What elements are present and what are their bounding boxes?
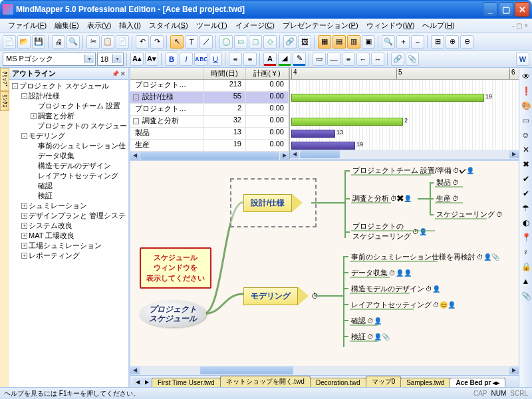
doc-tab[interactable]: Decoration.twd <box>310 378 366 387</box>
gantt-bar[interactable] <box>291 118 403 126</box>
view-gantt[interactable]: ▥ <box>347 35 360 49</box>
arrow-style[interactable]: ← <box>356 53 370 66</box>
vtab-links[interactable]: ﾘﾝｸｽ <box>0 91 9 111</box>
doc-tab[interactable]: Samples.twd <box>400 378 450 387</box>
marker-icon[interactable]: 📍 <box>521 233 531 242</box>
canvas-hscroll[interactable]: ◀▶ <box>130 366 519 375</box>
tree-expand-icon[interactable]: - <box>21 133 27 139</box>
paste-button[interactable]: 📄 <box>116 35 129 49</box>
marker-icon[interactable]: ❗ <box>521 86 531 96</box>
copy-button[interactable]: 📋 <box>101 35 114 49</box>
tab-scroll-right[interactable]: ▶ <box>142 378 152 387</box>
tree-node[interactable]: +シュミレーション <box>11 201 127 211</box>
marker-icon[interactable]: ▲ <box>521 277 531 286</box>
mdi-child-controls[interactable]: - ▢ × <box>512 22 528 29</box>
bold-button[interactable]: B <box>165 53 178 66</box>
align-left[interactable]: ≡ <box>229 53 242 66</box>
menu-item[interactable]: ツール(T) <box>192 20 231 31</box>
shape-diamond[interactable]: ◇ <box>263 35 277 49</box>
border-style[interactable]: ▭ <box>313 53 326 66</box>
tree-node[interactable]: -プロジェクト スケジュール <box>11 81 127 91</box>
attachment[interactable]: 📎 <box>406 53 419 66</box>
gantt-row[interactable]: プロジェクト…20.00 <box>130 104 289 116</box>
menu-item[interactable]: ウィンドウ(W) <box>362 20 419 31</box>
tree-expand-icon[interactable]: + <box>21 253 27 259</box>
tree-node[interactable]: -設計/仕様 <box>11 91 127 101</box>
callout-note[interactable]: スケジュールウィンドウを表示してください <box>140 247 211 289</box>
print-button[interactable]: 🖨 <box>52 35 65 49</box>
fontsize-combo[interactable]: 18 <box>97 53 124 66</box>
underline-button[interactable]: U <box>209 53 222 66</box>
tree-node[interactable]: +レポーティング <box>11 251 127 261</box>
tree-expand-icon[interactable]: + <box>21 233 27 239</box>
menu-item[interactable]: イメージ(C) <box>231 20 279 31</box>
gantt-row[interactable]: 製品130.00 <box>130 128 289 140</box>
doc-tab[interactable]: ネットショップを開く.twd <box>220 376 311 387</box>
gantt-left-hscroll[interactable]: ◀▶ <box>130 152 289 160</box>
strike-button[interactable]: ᴀʙᴄ <box>194 53 207 66</box>
doc-tab[interactable]: First Time User.twd <box>152 378 221 387</box>
tree-expand-icon[interactable]: - <box>12 83 18 89</box>
menu-item[interactable]: ヘルプ(H) <box>418 20 458 31</box>
gantt-timescale[interactable]: 456 <box>290 68 519 80</box>
shrink-font[interactable]: A▾ <box>145 53 158 66</box>
open-button[interactable]: 📂 <box>17 35 31 49</box>
doc-tab[interactable]: Ace Bed pr ◂▸ <box>450 378 505 387</box>
marker-icon[interactable]: ✔ <box>521 174 531 184</box>
marker-icon[interactable]: ✔ <box>521 189 531 198</box>
tree-node[interactable]: 確認 <box>11 181 127 191</box>
marker-icon[interactable]: ☂ <box>521 203 531 213</box>
line-color[interactable]: ✎ <box>293 53 306 66</box>
tree-expand-icon[interactable]: + <box>21 213 27 219</box>
tree-expand-icon[interactable]: - <box>21 93 27 99</box>
tree-node[interactable]: データ収集 <box>11 151 127 161</box>
marker-icon[interactable]: ♀ <box>521 247 531 257</box>
minimize-button[interactable]: _ <box>483 2 497 17</box>
menu-item[interactable]: 挿入(I) <box>115 20 144 31</box>
zoom-in[interactable]: ＋ <box>396 35 410 49</box>
tree-node[interactable]: +MAT 工場改良 <box>11 231 127 241</box>
tree-expand-icon[interactable]: + <box>21 243 27 249</box>
tree-node[interactable]: 検証 <box>11 191 127 201</box>
preview-button[interactable]: 🔍 <box>66 35 80 49</box>
tab-scroll-left[interactable]: ◀ <box>133 378 142 387</box>
shape-oval[interactable]: ◯ <box>219 35 233 49</box>
gantt-bar[interactable] <box>291 142 355 150</box>
pane-close-icon[interactable]: ✕ <box>120 70 126 77</box>
gantt-row[interactable]: 生産190.00 <box>130 140 289 152</box>
link-button[interactable]: 🔗 <box>283 35 297 49</box>
collapse-button[interactable]: ⊖ <box>460 35 473 49</box>
tree-node[interactable]: +デザインプランと 管理システ <box>11 211 127 221</box>
tree-node[interactable]: 構造モデルのデザイン <box>11 161 127 171</box>
shape-rrect[interactable]: ▢ <box>249 35 262 49</box>
new-button[interactable]: 📄 <box>3 35 16 49</box>
marker-icon[interactable]: ✕ <box>521 145 531 154</box>
menu-item[interactable]: プレゼンテーション(P) <box>279 20 362 31</box>
marker-icon[interactable]: 🎨 <box>521 101 531 110</box>
line-style[interactable]: ― <box>327 53 340 66</box>
tree-node[interactable]: +システム改良 <box>11 221 127 231</box>
tree-expand-icon[interactable]: + <box>21 223 27 229</box>
menu-item[interactable]: 編集(E) <box>51 20 83 31</box>
image-button[interactable]: 🖼 <box>298 35 311 49</box>
hyperlink[interactable]: 🔗 <box>391 53 404 66</box>
align-center[interactable]: ≡ <box>243 53 257 66</box>
doc-tab[interactable]: マップ0 <box>366 376 402 387</box>
grow-font[interactable]: A▴ <box>130 53 144 66</box>
vtab-clip[interactable]: ｸﾘｯﾌﾟ <box>0 68 9 91</box>
zoom-out[interactable]: − <box>411 35 424 49</box>
node-design[interactable]: 設計/仕様 <box>243 194 303 211</box>
tree-node[interactable]: レイアウトセッティング <box>11 171 127 181</box>
menu-item[interactable]: 表示(V) <box>83 20 116 31</box>
cut-button[interactable]: ✂ <box>86 35 100 49</box>
menu-item[interactable]: スタイル(S) <box>145 20 192 31</box>
root-node[interactable]: プロジェクトスケジュール <box>140 301 206 327</box>
maximize-button[interactable]: ▢ <box>499 2 513 17</box>
save-button[interactable]: 💾 <box>32 35 45 49</box>
gantt-row[interactable]: - 調査と分析320.00 <box>130 116 289 128</box>
redo-button[interactable]: ↷ <box>150 35 164 49</box>
text-tool[interactable]: T <box>185 35 198 49</box>
tree-node[interactable]: +調査と分析 <box>11 111 127 121</box>
tree-node[interactable]: -モデリング <box>11 131 127 141</box>
mindmap-canvas[interactable]: 設計/仕様 モデリング ⏱ プロジェクトスケジュール スケジュールウィンドウを表… <box>130 161 519 375</box>
